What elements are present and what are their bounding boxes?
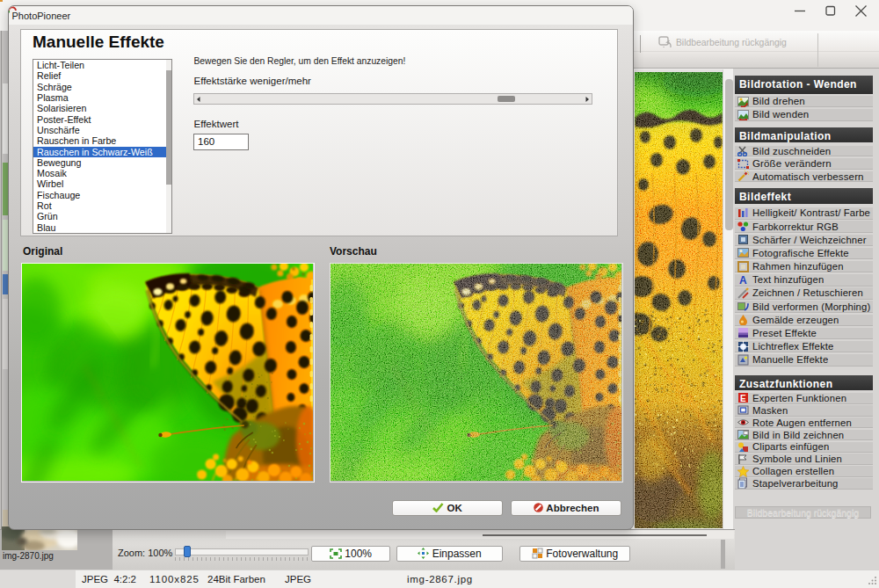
svg-text:A: A — [739, 274, 747, 286]
svg-text:E: E — [740, 394, 746, 403]
